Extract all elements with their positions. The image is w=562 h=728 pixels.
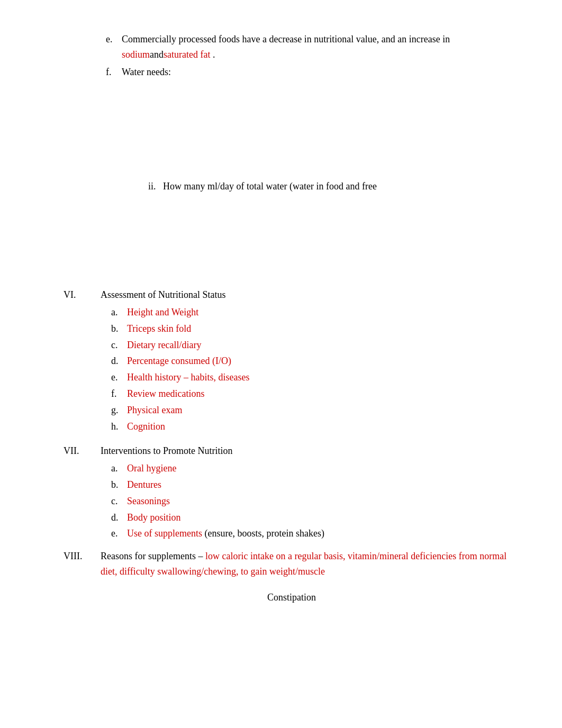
marker-e: e.	[111, 526, 127, 541]
list-item: d. Body position	[101, 510, 520, 525]
item-vii-b: Dentures	[127, 477, 161, 493]
item-vi-g: Physical exam	[127, 403, 182, 418]
section-viii-plain: Reasons for supplements –	[101, 551, 205, 561]
list-item: b. Dentures	[101, 477, 520, 493]
list-item: g. Physical exam	[101, 403, 520, 418]
section-viii: VIII. Reasons for supplements – low calo…	[64, 549, 520, 579]
list-item: d. Percentage consumed (I/O)	[101, 353, 520, 369]
item-vi-h: Cognition	[127, 419, 165, 434]
marker-e: e.	[111, 370, 127, 385]
section-viii-numeral: VIII.	[64, 549, 101, 579]
section-vii-list: a. Oral hygiene b. Dentures c. Seasoning…	[101, 461, 520, 541]
constipation-text: Constipation	[267, 592, 316, 603]
list-item: f. Review medications	[101, 386, 520, 402]
item-vii-a: Oral hygiene	[127, 461, 176, 476]
item-ii: ii. How many ml/day of total water (wate…	[64, 179, 520, 194]
marker-c: c.	[111, 338, 127, 353]
section-vi: VI. Assessment of Nutritional Status a. …	[64, 287, 520, 435]
saturated-fat-text: saturated fat	[164, 49, 210, 60]
marker-c: c.	[111, 494, 127, 509]
bottom-constipation: Constipation	[64, 590, 520, 605]
item-e: e. Commercially processed foods have a d…	[64, 32, 520, 62]
sodium-text: sodium	[122, 49, 150, 60]
top-section: e. Commercially processed foods have a d…	[64, 32, 520, 194]
item-e-text: Commercially processed foods have a decr…	[122, 34, 450, 44]
marker-d: d.	[111, 353, 127, 369]
section-vii-numeral: VII.	[64, 443, 101, 542]
item-vii-d: Body position	[127, 510, 181, 525]
item-vii-e-plain: (ensure, boosts, protein shakes)	[202, 528, 324, 539]
item-vii-e-colored: Use of supplements	[127, 528, 202, 539]
period-text: .	[210, 49, 215, 60]
item-e-content: Commercially processed foods have a decr…	[122, 32, 520, 62]
section-vi-numeral: VI.	[64, 287, 101, 435]
section-vii: VII. Interventions to Promote Nutrition …	[64, 443, 520, 542]
marker-a: a.	[111, 461, 127, 476]
marker-d: d.	[111, 510, 127, 525]
item-f-text: Water needs:	[122, 65, 171, 80]
section-vi-title: Assessment of Nutritional Status	[101, 287, 520, 303]
item-vii-e-content: Use of supplements (ensure, boosts, prot…	[127, 526, 324, 541]
item-vi-a: Height and Weight	[127, 305, 198, 320]
item-f: f. Water needs:	[64, 65, 520, 80]
list-item: e. Health history – habits, diseases	[101, 370, 520, 385]
marker-b: b.	[111, 477, 127, 493]
item-ii-text: How many ml/day of total water (water in…	[163, 181, 377, 192]
list-item: b. Triceps skin fold	[101, 321, 520, 336]
section-vi-list: a. Height and Weight b. Triceps skin fol…	[101, 305, 520, 434]
item-vii-c: Seasonings	[127, 494, 170, 509]
marker-g: g.	[111, 403, 127, 418]
list-item: h. Cognition	[101, 419, 520, 434]
and-text: and	[150, 49, 164, 60]
item-vi-c: Dietary recall/diary	[127, 338, 201, 353]
item-vi-d: Percentage consumed (I/O)	[127, 353, 231, 369]
spacer-2	[64, 194, 520, 279]
list-item: c. Dietary recall/diary	[101, 338, 520, 353]
marker-f: f.	[111, 386, 127, 402]
marker-a: a.	[111, 305, 127, 320]
list-item: a. Oral hygiene	[101, 461, 520, 476]
section-vii-title: Interventions to Promote Nutrition	[101, 443, 520, 459]
item-vi-b: Triceps skin fold	[127, 321, 191, 336]
item-ii-marker: ii.	[148, 181, 156, 192]
item-vi-f: Review medications	[127, 386, 204, 402]
item-f-marker: f.	[106, 65, 122, 80]
section-viii-content: Reasons for supplements – low caloric in…	[101, 549, 520, 579]
list-item: c. Seasonings	[101, 494, 520, 509]
spacer-1	[64, 81, 520, 177]
section-vii-content: Interventions to Promote Nutrition a. Or…	[101, 443, 520, 542]
item-vi-e: Health history – habits, diseases	[127, 370, 249, 385]
list-item: a. Height and Weight	[101, 305, 520, 320]
section-vi-content: Assessment of Nutritional Status a. Heig…	[101, 287, 520, 435]
item-e-marker: e.	[106, 32, 122, 62]
list-item: e. Use of supplements (ensure, boosts, p…	[101, 526, 520, 541]
marker-b: b.	[111, 321, 127, 336]
marker-h: h.	[111, 419, 127, 434]
